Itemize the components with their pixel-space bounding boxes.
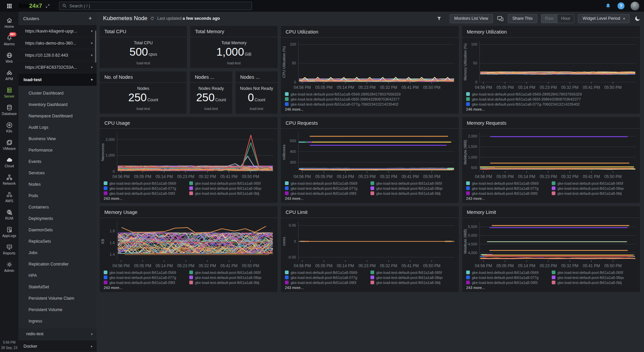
submenu-item-namespace-dashboard[interactable]: Namespace Dashboard bbox=[18, 110, 97, 122]
sidebar-rail-item-rum[interactable]: RUM bbox=[0, 206, 18, 223]
cluster-item[interactable]: https://10.128.0.62:443▾ bbox=[18, 49, 97, 61]
sidebar-item-load-test[interactable]: load-test ▾ bbox=[18, 73, 97, 86]
dark-mode-moon-icon[interactable] bbox=[634, 15, 641, 22]
legend-more-link[interactable]: 246 more... bbox=[462, 106, 640, 111]
submenu-item-services[interactable]: Services bbox=[18, 167, 97, 179]
submenu-item-ingress[interactable]: Ingress bbox=[18, 315, 97, 327]
sidebar-scrollbar[interactable] bbox=[95, 31, 96, 63]
legend-item[interactable]: gke-load-test-default-pool-fb51a1a8-0blj bbox=[370, 191, 455, 195]
legend-item[interactable]: gke-load-test-default-pool-fb51a1a8-08qv bbox=[552, 186, 636, 190]
hour-toggle-option[interactable]: Hour bbox=[557, 14, 574, 23]
add-cluster-button[interactable]: + bbox=[88, 15, 92, 21]
submenu-item-business-view[interactable]: Business View bbox=[18, 133, 97, 144]
legend-item[interactable]: gke-load-test-default-pool-fb51a1a8-065f bbox=[552, 270, 636, 275]
legend-item[interactable]: gke-load-test-default-pool-fb51a1a8-0blj bbox=[189, 280, 274, 285]
legend-item[interactable]: gke-load-test-default-pool-fb51a1a8-0569 bbox=[104, 181, 188, 185]
legend-item[interactable]: gke-load-test-default-pool-fb51a1a8-0569 bbox=[104, 270, 188, 275]
legend-item[interactable]: gke-load-test-default-pool-fb51a1a8-065f… bbox=[466, 97, 636, 101]
legend-more-link[interactable]: 243 more... bbox=[281, 285, 459, 290]
legend-item[interactable]: gke-load-test-default-pool-fb51a1a8-077g bbox=[285, 186, 369, 190]
legend-more-link[interactable]: 246 more... bbox=[281, 106, 459, 111]
submenu-item-cluster-dashboard[interactable]: Cluster Dashboard bbox=[18, 87, 97, 99]
filter-icon[interactable] bbox=[436, 16, 442, 21]
submenu-item-statefulset[interactable]: StatefulSet bbox=[18, 281, 97, 293]
submenu-item-containers[interactable]: Containers bbox=[18, 201, 97, 213]
submenu-item-events[interactable]: Events bbox=[18, 156, 97, 167]
legend-item[interactable]: gke-load-test-default-pool-fb51a1a8-09f3 bbox=[285, 280, 369, 285]
legend-item[interactable]: gke-load-test-default-pool-fb51a1a8-08qv bbox=[552, 275, 636, 280]
app-grid-menu-button[interactable] bbox=[0, 0, 18, 12]
legend-item[interactable]: gke-load-test-default-pool-fb51a1a8-065f bbox=[370, 181, 455, 185]
legend-item[interactable]: gke-load-test-default-pool-fb51a1a8-0blj bbox=[552, 280, 636, 285]
legend-item[interactable]: gke-load-test-default-pool-fb51a1a8-065f bbox=[370, 270, 455, 275]
legend-item[interactable]: gke-load-test-default-pool-fb51a1a8-0blj bbox=[552, 191, 636, 195]
legend-item[interactable]: gke-load-test-default-pool-fb51a1a8-09f3 bbox=[104, 280, 188, 285]
sidebar-rail-item-reports[interactable]: Reports bbox=[0, 241, 18, 258]
legend-item[interactable]: gke-load-test-default-pool-fb51a1a8-077g… bbox=[285, 102, 455, 106]
widget-level-period-dropdown[interactable]: Widget Level Period ▾ bbox=[578, 14, 630, 23]
devices-icon[interactable] bbox=[497, 15, 504, 22]
submenu-item-pods[interactable]: Pods bbox=[18, 190, 97, 201]
legend-item[interactable]: gke-load-test-default-pool-fb51a1a8-065f bbox=[189, 270, 274, 275]
site24x7-logo[interactable]: Site24x7 bbox=[18, 3, 42, 9]
sidebar-rail-item-alarms[interactable]: 99+Alarms bbox=[0, 32, 18, 49]
sidebar-rail-item-aws[interactable]: AWS bbox=[0, 188, 18, 206]
help-icon[interactable]: ? bbox=[617, 2, 625, 9]
sidebar-rail-item-k8s[interactable]: K8s bbox=[0, 119, 18, 136]
legend-item[interactable]: gke-load-test-default-pool-fb51a1a8-0blj bbox=[189, 191, 274, 195]
refresh-icon[interactable] bbox=[150, 16, 154, 21]
cluster-item[interactable]: https://CBF4C63732C53A...▾ bbox=[18, 61, 97, 73]
submenu-item-jobs[interactable]: Jobs bbox=[18, 247, 97, 258]
legend-item[interactable]: gke-load-test-default-pool-fb51a1a8-077g bbox=[466, 186, 550, 190]
cluster-item[interactable]: https://aks-demo-dns-360...▾ bbox=[18, 37, 97, 49]
legend-item[interactable]: gke-load-test-default-pool-fb51a1a8-08qv bbox=[370, 275, 455, 280]
legend-item[interactable]: gke-load-test-default-pool-fb51a1a8-065f… bbox=[285, 97, 455, 101]
legend-item[interactable]: gke-load-test-default-pool-fb51a1a8-08qv bbox=[370, 186, 455, 190]
legend-more-link[interactable]: 243 more... bbox=[462, 195, 640, 200]
user-avatar[interactable] bbox=[631, 2, 639, 10]
legend-item[interactable]: gke-load-test-default-pool-fb51a1a8-0569 bbox=[285, 181, 369, 185]
legend-item[interactable]: gke-load-test-default-pool-fb51a1a8-065f bbox=[189, 181, 274, 185]
submenu-item-persistent-volume-claim[interactable]: Persistent Volume Claim bbox=[18, 293, 97, 304]
submenu-item-performance[interactable]: Performance bbox=[18, 144, 97, 156]
legend-item[interactable]: gke-load-test-default-pool-fb51a1a8-0569… bbox=[466, 92, 636, 96]
expand-icon[interactable] bbox=[45, 4, 50, 8]
submenu-item-persistent-volume[interactable]: Persistent Volume bbox=[18, 304, 97, 315]
legend-item[interactable]: gke-load-test-default-pool-fb51a1a8-0569 bbox=[466, 270, 550, 275]
sidebar-rail-item-server[interactable]: Server bbox=[0, 84, 18, 101]
submenu-item-audit-logs[interactable]: Audit Logs bbox=[18, 122, 97, 133]
monitors-list-view-button[interactable]: Monitors List View bbox=[450, 14, 493, 23]
sidebar-rail-item-cloud[interactable]: Cloud bbox=[0, 154, 18, 171]
sidebar-rail-item-applogs[interactable]: AppLogs bbox=[0, 223, 18, 241]
submenu-item-inventory-dashboard[interactable]: Inventory Dashboard bbox=[18, 99, 97, 110]
legend-item[interactable]: gke-load-test-default-pool-fb51a1a8-09f3 bbox=[285, 191, 369, 195]
legend-more-link[interactable]: 243 more... bbox=[462, 285, 640, 290]
share-this-button[interactable]: Share This bbox=[508, 14, 537, 23]
search-input[interactable] bbox=[59, 2, 252, 10]
sidebar-rail-item-database[interactable]: Database bbox=[0, 101, 18, 119]
sidebar-rail-item-apm[interactable]: APM bbox=[0, 66, 18, 84]
legend-item[interactable]: gke-load-test-default-pool-fb51a1a8-09f3 bbox=[466, 280, 550, 285]
legend-item[interactable]: gke-load-test-default-pool-fb51a1a8-077g bbox=[104, 186, 188, 190]
notifications-bell-icon[interactable] bbox=[605, 3, 611, 9]
legend-item[interactable]: gke-load-test-default-pool-fb51a1a8-0569 bbox=[285, 270, 369, 275]
legend-item[interactable]: gke-load-test-default-pool-fb51a1a8-077g… bbox=[466, 102, 636, 106]
submenu-item-hpa[interactable]: HPA bbox=[18, 270, 97, 281]
submenu-item-nodes[interactable]: Nodes bbox=[18, 179, 97, 190]
sidebar-rail-item-vmware[interactable]: VMware bbox=[0, 136, 18, 154]
legend-item[interactable]: gke-load-test-default-pool-fb51a1a8-0569… bbox=[285, 92, 455, 96]
legend-more-link[interactable]: 243 more... bbox=[281, 195, 459, 200]
legend-item[interactable]: gke-load-test-default-pool-fb51a1a8-0569 bbox=[466, 181, 550, 185]
sidebar-rail-item-admin[interactable]: Admin bbox=[0, 258, 18, 276]
submenu-item-daemonsets[interactable]: DaemonSets bbox=[18, 224, 97, 236]
legend-item[interactable]: gke-load-test-default-pool-fb51a1a8-065f bbox=[552, 181, 636, 185]
legend-item[interactable]: gke-load-test-default-pool-fb51a1a8-09f3 bbox=[466, 191, 550, 195]
sidebar-rail-item-home[interactable]: Home bbox=[0, 14, 18, 32]
sidebar-item-docker[interactable]: Docker▸ bbox=[18, 340, 97, 352]
sidebar-rail-item-web[interactable]: Web bbox=[0, 49, 18, 66]
cluster-item[interactable]: https://kavin-k8agent-upgr...▾ bbox=[18, 25, 97, 37]
legend-item[interactable]: gke-load-test-default-pool-fb51a1a8-09f3 bbox=[104, 191, 188, 195]
legend-item[interactable]: gke-load-test-default-pool-fb51a1a8-077g bbox=[285, 275, 369, 280]
submenu-item-replicasets[interactable]: ReplicaSets bbox=[18, 236, 97, 247]
legend-item[interactable]: gke-load-test-default-pool-fb51a1a8-08qv bbox=[189, 186, 274, 190]
